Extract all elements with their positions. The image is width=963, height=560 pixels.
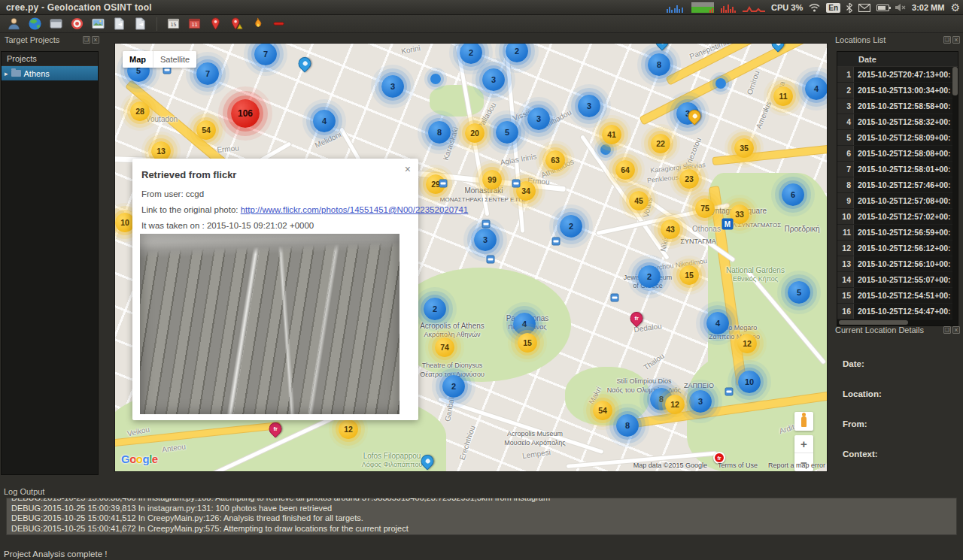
cluster-marker-blue[interactable]: 10 [738, 371, 761, 393]
cluster-marker-yellow[interactable]: 11 [773, 86, 793, 106]
transit-station-icon[interactable] [512, 180, 521, 188]
table-row[interactable]: 42015-10-25T12:58:32+00: [837, 114, 958, 130]
cluster-marker-yellow[interactable]: 99 [482, 170, 502, 189]
location-date-cell[interactable]: 2015-10-25T12:55:07+00: [854, 272, 958, 287]
table-row[interactable]: 22015-10-25T13:00:34+00: [837, 83, 958, 98]
cluster-marker-blue[interactable]: 7 [196, 62, 219, 85]
table-row[interactable]: 92015-10-25T12:57:08+00: [837, 193, 958, 209]
cluster-marker-blue[interactable]: 2 [560, 215, 582, 238]
location-date-cell[interactable]: 2015-10-25T12:58:01+00: [854, 162, 958, 177]
cluster-marker-yellow[interactable]: 15 [518, 333, 537, 353]
location-date-cell[interactable]: 2015-10-25T12:58:08+00: [854, 146, 958, 161]
date-column-header[interactable]: Date [837, 52, 958, 67]
dock-close-button[interactable] [952, 36, 960, 44]
cluster-marker-blue[interactable]: 3 [578, 95, 600, 117]
map-pin-warning-icon[interactable]: ! [229, 17, 244, 31]
target-icon[interactable] [70, 17, 84, 31]
cluster-marker-blue[interactable]: 4 [805, 77, 828, 100]
battery-icon[interactable] [876, 5, 889, 11]
cluster-marker-yellow[interactable]: 23 [679, 169, 699, 189]
cluster-marker-yellow[interactable]: 12 [665, 395, 685, 414]
marker-blue-dot[interactable] [430, 74, 441, 84]
wifi-icon[interactable] [809, 3, 820, 12]
cluster-marker-blue[interactable]: 6 [782, 183, 804, 206]
dock-float-button[interactable] [943, 326, 951, 334]
location-date-cell[interactable]: 2015-10-25T12:58:32+00: [854, 114, 958, 129]
transit-station-icon[interactable] [487, 256, 495, 264]
cluster-marker-blue[interactable]: 4 [706, 312, 729, 334]
dock-float-button[interactable] [943, 36, 951, 44]
transit-station-icon[interactable] [482, 220, 491, 229]
cluster-marker-blue[interactable]: 4 [313, 110, 336, 132]
cpu-indicator[interactable]: CPU 3% [771, 3, 803, 12]
cluster-marker-blue[interactable]: 7 [254, 43, 277, 65]
cluster-marker-yellow[interactable]: 12 [339, 419, 358, 439]
calendar-icon[interactable]: 15 [166, 17, 181, 31]
marker-blue-dot[interactable] [715, 78, 726, 89]
cluster-marker-blue[interactable]: 8 [428, 121, 451, 144]
blue-pin-marker[interactable] [653, 43, 671, 51]
dock-close-button[interactable] [92, 36, 99, 44]
window-icon[interactable] [49, 17, 63, 31]
table-row[interactable]: 82015-10-25T12:57:46+00: [837, 177, 958, 193]
transit-station-icon[interactable] [725, 388, 734, 396]
cluster-marker-blue[interactable]: 2 [424, 298, 446, 320]
location-date-cell[interactable]: 2015-10-25T12:57:46+00: [854, 177, 958, 192]
cluster-marker-yellow[interactable]: 64 [615, 160, 635, 180]
cluster-marker-blue[interactable]: 8 [616, 414, 639, 437]
cluster-marker-blue[interactable]: 2 [638, 265, 661, 288]
log-output-box[interactable]: DEBUG:2015-10-25 15:00:38,460 In instagr… [6, 498, 957, 535]
horizontal-scrollbar[interactable] [837, 319, 958, 325]
transit-station-icon[interactable] [439, 180, 448, 188]
cluster-marker-blue[interactable]: 5 [496, 121, 518, 144]
locations-table[interactable]: Date 12015-10-25T20:47:13+00:22015-10-25… [837, 51, 958, 326]
cluster-marker-blue[interactable]: 3 [527, 107, 550, 130]
map-type-satellite-button[interactable]: Satellite [153, 51, 196, 68]
cluster-marker-blue[interactable]: 3 [689, 390, 712, 413]
map-canvas[interactable]: VoutadonErmouMelidoniKaraiskakiAgias Iri… [114, 43, 828, 472]
cluster-marker-blue[interactable]: 2 [442, 375, 465, 398]
cluster-marker-yellow[interactable]: 43 [661, 219, 680, 239]
table-row[interactable]: 122015-10-25T12:56:12+00: [837, 241, 958, 256]
report-map-error-link[interactable]: Report a map error [768, 462, 825, 469]
dock-close-button[interactable] [952, 326, 960, 334]
location-date-cell[interactable]: 2015-10-25T12:58:58+00: [854, 98, 958, 114]
export-file-icon[interactable] [112, 17, 126, 31]
person-icon[interactable] [7, 17, 21, 31]
cluster-marker-yellow[interactable]: 41 [602, 125, 621, 144]
session-gear-icon[interactable]: ⚙ [950, 2, 960, 13]
keyboard-layout-indicator[interactable]: En [826, 3, 840, 13]
location-date-cell[interactable]: 2015-10-25T12:57:02+00: [854, 209, 958, 224]
location-date-cell[interactable]: 2015-10-25T12:56:12+00: [854, 241, 958, 256]
dock-float-button[interactable] [83, 36, 90, 44]
cluster-marker-yellow[interactable]: 45 [629, 191, 649, 210]
cluster-marker-yellow[interactable]: 74 [435, 338, 454, 357]
calendar-red-icon[interactable]: 11 [187, 17, 202, 31]
cluster-marker-yellow[interactable]: 63 [545, 150, 565, 170]
pegman-streetview-button[interactable] [794, 412, 813, 431]
cluster-marker-yellow[interactable]: 75 [695, 198, 715, 218]
location-date-cell[interactable]: 2015-10-25T12:54:47+00: [854, 304, 958, 319]
cluster-marker-blue[interactable]: 2 [506, 43, 528, 62]
cluster-marker-yellow[interactable]: 35 [734, 138, 754, 158]
table-row[interactable]: 132015-10-25T12:56:10+00: [837, 256, 958, 272]
terms-of-use-link[interactable]: Terms of Use [718, 462, 758, 469]
location-date-cell[interactable]: 2015-10-25T12:57:08+00: [854, 193, 958, 208]
export-file-alt-icon[interactable] [133, 17, 147, 31]
cluster-marker-blue[interactable]: 2 [460, 43, 482, 64]
flickr-photo-link[interactable]: http://www.flickr.com/photos/14551451@N0… [241, 205, 469, 214]
location-date-cell[interactable]: 2015-10-25T13:00:34+00: [854, 83, 958, 98]
flame-icon[interactable] [251, 17, 265, 31]
table-row[interactable]: 112015-10-25T12:56:59+00: [837, 225, 958, 241]
transit-station-icon[interactable] [611, 294, 619, 302]
zoom-in-button[interactable]: + [794, 435, 813, 453]
cluster-marker-blue[interactable]: 5 [788, 281, 810, 304]
sidebar-item-athens[interactable]: ▸Athens [2, 66, 98, 80]
vertical-scrollbar[interactable] [952, 67, 958, 321]
cluster-marker-yellow[interactable]: 22 [651, 134, 670, 153]
cluster-marker-yellow[interactable]: 15 [679, 265, 699, 285]
table-row[interactable]: 102015-10-25T12:57:02+00: [837, 209, 958, 225]
location-date-cell[interactable]: 2015-10-25T12:56:59+00: [854, 225, 958, 240]
remove-dash-icon[interactable] [272, 17, 286, 31]
cluster-marker-yellow[interactable]: 12 [737, 334, 757, 353]
